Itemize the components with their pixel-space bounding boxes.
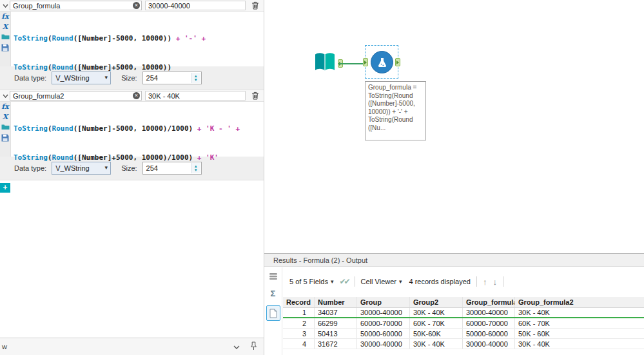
connection-wire[interactable] bbox=[338, 63, 366, 64]
expression-token: ToString bbox=[14, 153, 48, 162]
column-header-group_formula[interactable]: Group_formula bbox=[463, 297, 515, 307]
output-column-input[interactable]: Group_formula × bbox=[10, 1, 142, 10]
toolbar-separator bbox=[503, 276, 503, 287]
chevron-down-icon: ▾ bbox=[105, 74, 108, 81]
results-panel: Results - Formula (2) - Output Σ 5 of 5 … bbox=[264, 253, 644, 355]
table-cell[interactable]: 50K - 60K bbox=[515, 329, 644, 338]
table-cell[interactable]: 30K - 40K bbox=[410, 339, 463, 349]
expression-token: ToString bbox=[14, 63, 48, 72]
table-row[interactable]: 26629960000-7000060K - 70K60000-7000060K… bbox=[283, 318, 644, 329]
pin-icon[interactable] bbox=[250, 341, 257, 352]
formula-tool-selected[interactable] bbox=[365, 45, 398, 79]
delete-formula-button[interactable] bbox=[250, 91, 260, 100]
table-row[interactable]: 13403730000-4000030K - 40K30000-4000030K… bbox=[283, 308, 644, 318]
table-cell[interactable]: 50K-60K bbox=[410, 329, 463, 338]
expression-token: ToString bbox=[14, 34, 48, 43]
table-cell[interactable]: 2 bbox=[283, 318, 315, 328]
size-input[interactable]: 254 ▲ ▼ bbox=[142, 72, 202, 84]
profile-view-icon[interactable]: Σ bbox=[271, 289, 276, 298]
input-data-tool[interactable] bbox=[313, 52, 338, 76]
panel-label: w bbox=[2, 343, 7, 350]
table-cell[interactable]: 3 bbox=[283, 329, 315, 338]
expression-token: ( bbox=[48, 153, 52, 162]
clear-icon[interactable]: × bbox=[133, 92, 140, 99]
table-cell[interactable]: 66299 bbox=[315, 318, 357, 328]
open-expression-icon[interactable] bbox=[1, 124, 10, 131]
data-type-value: V_WString bbox=[55, 164, 90, 172]
insert-variable-icon[interactable]: X bbox=[3, 23, 8, 31]
clear-icon[interactable]: × bbox=[133, 2, 140, 9]
table-cell[interactable]: 31672 bbox=[315, 339, 357, 349]
bottom-panel-bar: w bbox=[0, 338, 264, 355]
output-anchor[interactable] bbox=[395, 58, 400, 66]
data-type-dropdown[interactable]: V_WString ▾ bbox=[52, 72, 111, 84]
spin-down-icon[interactable]: ▼ bbox=[194, 78, 198, 82]
data-type-dropdown[interactable]: V_WString ▾ bbox=[52, 162, 111, 175]
tool-annotation[interactable]: Group_formula = ToString(Round ([Number]… bbox=[365, 81, 426, 140]
table-cell[interactable]: 60K - 70K bbox=[515, 318, 644, 328]
open-expression-icon[interactable] bbox=[1, 34, 10, 41]
spin-down-icon[interactable]: ▼ bbox=[194, 168, 198, 172]
table-cell[interactable]: 50000-60000 bbox=[357, 329, 410, 338]
data-type-value: V_WString bbox=[55, 74, 90, 82]
table-cell[interactable]: 60K - 70K bbox=[410, 318, 463, 328]
data-view-icon[interactable] bbox=[266, 305, 280, 321]
workflow-canvas[interactable]: Group_formula = ToString(Round ([Number]… bbox=[264, 0, 644, 253]
expression-line: ToString(Round([Number]+5000, 10000)) bbox=[14, 62, 264, 72]
table-cell[interactable]: 4 bbox=[283, 339, 315, 349]
up-arrow-icon[interactable]: ↑ bbox=[483, 277, 487, 287]
table-cell[interactable]: 50413 bbox=[315, 329, 357, 338]
formula-block-1: Group_formula × 30000-40000 fx X bbox=[0, 0, 264, 90]
table-cell[interactable]: 34037 bbox=[315, 308, 357, 317]
expression-gutter: fx X bbox=[0, 102, 11, 157]
insert-function-icon[interactable]: fx bbox=[1, 13, 8, 21]
table-row[interactable]: 43167230000-4000030K - 40K30000-4000030K… bbox=[283, 339, 644, 349]
table-cell[interactable]: 30000-40000 bbox=[463, 308, 515, 317]
expression-token: + bbox=[193, 124, 206, 133]
expression-token: Round bbox=[52, 153, 73, 162]
column-header-record[interactable]: Record bbox=[283, 297, 315, 307]
save-expression-icon[interactable] bbox=[1, 134, 9, 143]
expression-token: ( bbox=[48, 124, 52, 133]
table-cell[interactable]: 30K - 40K bbox=[515, 339, 644, 349]
results-title-bar[interactable]: Results - Formula (2) - Output bbox=[264, 254, 644, 267]
table-cell[interactable]: 30K - 40K bbox=[410, 308, 463, 317]
bottom-bar-icons bbox=[233, 341, 257, 352]
size-input[interactable]: 254 ▲ ▼ bbox=[142, 162, 202, 175]
expression-token: '-' bbox=[184, 34, 197, 43]
expression-line: ToString(Round([Number]-5000, 10000)) + … bbox=[14, 34, 264, 43]
table-cell[interactable]: 60000-70000 bbox=[463, 318, 515, 328]
delete-formula-button[interactable] bbox=[250, 1, 260, 10]
table-row[interactable]: 35041350000-6000050K-60K50000-6000050K -… bbox=[283, 329, 644, 339]
apply-check-icon[interactable]: ✔✔ bbox=[339, 277, 348, 286]
insert-variable-icon[interactable]: X bbox=[3, 113, 8, 121]
chevron-down-icon: ▾ bbox=[331, 278, 334, 285]
column-header-group2[interactable]: Group2 bbox=[410, 297, 463, 307]
table-cell[interactable]: 30000-40000 bbox=[357, 308, 410, 317]
table-cell[interactable]: 30K - 40K bbox=[515, 308, 644, 317]
collapse-chevron-icon[interactable] bbox=[1, 94, 10, 98]
table-cell[interactable]: 60000-70000 bbox=[357, 318, 410, 328]
table-cell[interactable]: 50000-60000 bbox=[463, 329, 515, 338]
expression-token: + bbox=[171, 34, 184, 43]
column-header-group_formula2[interactable]: Group_formula2 bbox=[515, 297, 644, 307]
down-arrow-icon[interactable]: ↓ bbox=[493, 277, 497, 287]
metadata-view-icon[interactable] bbox=[269, 273, 278, 282]
table-cell[interactable]: 1 bbox=[283, 308, 315, 317]
input-anchor[interactable] bbox=[363, 58, 368, 66]
table-cell[interactable]: 30000-40000 bbox=[357, 339, 410, 349]
output-column-input[interactable]: Group_formula2 × bbox=[10, 91, 142, 101]
fields-dropdown[interactable]: 5 of 5 Fields ▾ bbox=[289, 278, 333, 285]
cell-viewer-dropdown[interactable]: Cell Viewer ▾ bbox=[361, 278, 402, 285]
collapse-chevron-icon[interactable] bbox=[1, 4, 10, 8]
insert-function-icon[interactable]: fx bbox=[1, 103, 8, 111]
add-formula-button[interactable]: + bbox=[0, 183, 10, 193]
table-cell[interactable]: 30000-40000 bbox=[463, 339, 515, 349]
expression-token: ( bbox=[48, 34, 52, 43]
column-header-group[interactable]: Group bbox=[357, 297, 410, 307]
column-header-number[interactable]: Number bbox=[315, 297, 357, 307]
chevron-down-icon[interactable] bbox=[233, 343, 240, 350]
expression-token: ToString bbox=[14, 124, 48, 133]
save-expression-icon[interactable] bbox=[1, 44, 9, 53]
results-main: 5 of 5 Fields ▾ ✔✔ Cell Viewer ▾ 4 recor… bbox=[283, 267, 644, 355]
